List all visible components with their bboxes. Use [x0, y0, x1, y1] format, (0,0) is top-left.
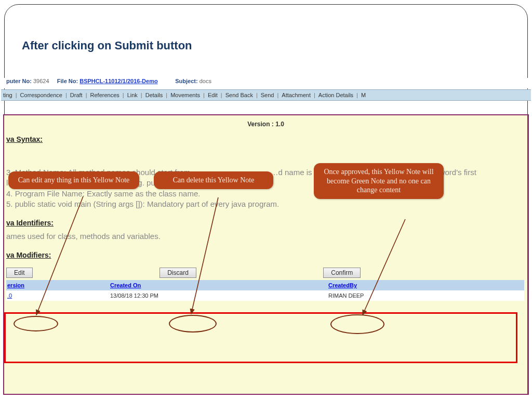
col-version[interactable]: ersion [7, 282, 24, 288]
java-syntax-heading: va Syntax: [6, 135, 524, 143]
java-line-4: 4. Program File Name: Exactly same as th… [6, 189, 524, 199]
computer-no-label: puter No: [6, 78, 32, 84]
callout-confirm: Once approved, this Yellow Note will bec… [314, 163, 444, 199]
versions-table-header: ersion Created On CreatedBy [6, 280, 524, 290]
java-modifiers-heading: va Modifiers: [6, 251, 524, 259]
tab-send[interactable]: Send [259, 92, 276, 98]
row-created-by: RIMAN DEEP [328, 292, 524, 299]
row-created-on: 13/08/18 12:30 PM [110, 292, 328, 299]
java-identifiers-body: ames used for class, methods and variabl… [6, 231, 524, 242]
table-row: .0 13/08/18 12:30 PM RIMAN DEEP [6, 290, 524, 301]
discard-button[interactable]: Discard [159, 268, 196, 278]
tab-attachment[interactable]: Attachment [280, 92, 313, 98]
subject-value: docs [200, 78, 211, 84]
computer-no-value: 39624 [33, 78, 49, 84]
yellow-note-panel: Version : 1.0 va Syntax: 3. Method Name:… [3, 114, 529, 395]
version-label: Version : 1.0 [4, 115, 527, 131]
tab-correspondence[interactable]: Correspondence [18, 92, 64, 98]
tab-link[interactable]: Link [125, 92, 140, 98]
callout-edit: Can edit any thing in this Yellow Note [8, 171, 139, 189]
tab-bar: ting| Correspondence| Draft| References|… [1, 89, 531, 101]
confirm-button[interactable]: Confirm [323, 268, 361, 278]
file-info-bar: puter No: 39624 File No: BSPHCL-11012/1/… [4, 78, 528, 88]
java-line-5: 5. public static void main (String args … [6, 199, 524, 209]
col-created-on[interactable]: Created On [110, 282, 141, 288]
callout-discard: Can delete this Yellow Note [154, 171, 273, 189]
tab-details[interactable]: Details [143, 92, 165, 98]
tab-draft[interactable]: Draft [68, 92, 85, 98]
tab-noting[interactable]: ting [1, 92, 15, 98]
tab-edit[interactable]: Edit [206, 92, 220, 98]
col-created-by[interactable]: CreatedBy [328, 282, 357, 288]
action-button-row: Edit Discard Confirm [6, 267, 524, 280]
subject-label: Subject: [175, 78, 197, 84]
tab-references[interactable]: References [88, 92, 122, 98]
tab-send-back[interactable]: Send Back [223, 92, 255, 98]
edit-button[interactable]: Edit [6, 268, 33, 278]
tab-more[interactable]: M [359, 92, 368, 98]
file-no-link[interactable]: BSPHCL-11012/1/2016-Demo [79, 78, 157, 84]
tab-movements[interactable]: Movements [168, 92, 202, 98]
row-version[interactable]: .0 [7, 292, 12, 299]
java-identifiers-heading: va Identifiers: [6, 219, 524, 227]
tab-action-details[interactable]: Action Details [316, 92, 355, 98]
slide-title: After clicking on Submit button [22, 39, 192, 52]
file-no-label: File No: [57, 78, 78, 84]
